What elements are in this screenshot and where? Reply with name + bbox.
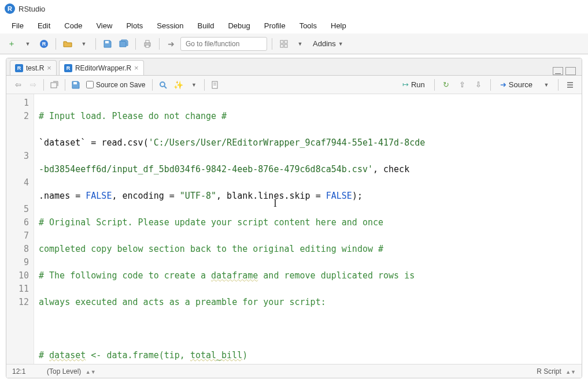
- svg-rect-7: [284, 40, 287, 43]
- source-label: Source: [509, 80, 532, 89]
- scope-label[interactable]: (Top Level): [47, 367, 81, 375]
- svg-rect-6: [280, 40, 283, 43]
- r-file-icon: R: [15, 64, 23, 72]
- tab-label: test.R: [26, 64, 44, 72]
- svg-rect-11: [73, 82, 77, 84]
- editor-panel: R test.R × R REditorWrapper.R × ⇦ ⇨: [6, 58, 582, 378]
- project-button[interactable]: R: [37, 37, 51, 51]
- menubar: File Edit Code View Plots Session Build …: [0, 17, 588, 34]
- menu-plots[interactable]: Plots: [120, 19, 149, 32]
- close-icon[interactable]: ×: [134, 64, 139, 72]
- goto-file-input[interactable]: [180, 37, 267, 51]
- toolbar-separator: [56, 38, 56, 50]
- main-toolbar: ＋ ▼ R ▼ ➜ ▼ Addins ▼: [0, 34, 588, 54]
- menu-file[interactable]: File: [6, 19, 29, 32]
- menu-profile[interactable]: Profile: [258, 19, 291, 32]
- menu-view[interactable]: View: [90, 19, 118, 32]
- toolbar-separator: [434, 79, 435, 91]
- grid-button[interactable]: [277, 37, 291, 51]
- menu-tools[interactable]: Tools: [294, 19, 323, 32]
- forward-button[interactable]: ⇨: [26, 78, 40, 92]
- cursor-position: 12:1: [12, 367, 47, 375]
- toolbar-separator: [558, 79, 559, 91]
- menu-help[interactable]: Help: [325, 19, 352, 32]
- source-dropdown[interactable]: ▼: [539, 78, 553, 92]
- file-type-label[interactable]: R Script: [537, 367, 561, 375]
- menu-session[interactable]: Session: [151, 19, 189, 32]
- svg-rect-2: [105, 41, 109, 43]
- source-on-save-checkbox[interactable]: [86, 81, 94, 88]
- tab-label: REditorWrapper.R: [75, 64, 131, 72]
- updown-icon[interactable]: ▲▼: [86, 369, 96, 375]
- toolbar-separator: [65, 79, 65, 91]
- save-button[interactable]: [101, 37, 114, 51]
- svg-point-12: [160, 82, 165, 87]
- maximize-panel-icon[interactable]: [565, 67, 576, 75]
- minimize-panel-icon[interactable]: [553, 67, 563, 75]
- save-button[interactable]: [69, 78, 83, 92]
- svg-text:R: R: [42, 41, 46, 47]
- svg-rect-10: [51, 83, 57, 88]
- chevron-down-icon: ▼: [338, 41, 343, 47]
- toolbar-separator: [135, 38, 136, 50]
- code-editor[interactable]: 1 2 3 4 5 6 7 8 9 10 11 12 # Input load.…: [6, 94, 582, 364]
- back-button[interactable]: ⇦: [11, 78, 25, 92]
- code-body[interactable]: # Input load. Please do not change # `da…: [34, 94, 582, 364]
- toolbar-separator: [95, 38, 96, 50]
- open-dropdown[interactable]: ▼: [77, 37, 91, 51]
- run-arrow-icon: ↦: [402, 80, 409, 89]
- menu-code[interactable]: Code: [58, 19, 88, 32]
- svg-line-13: [164, 86, 167, 88]
- down-button[interactable]: ⇩: [472, 78, 486, 92]
- compile-report-button[interactable]: [208, 78, 222, 92]
- addins-dropdown[interactable]: Addins ▼: [309, 39, 347, 48]
- titlebar: R RStudio: [0, 0, 588, 17]
- svg-rect-5: [146, 45, 149, 47]
- save-all-button[interactable]: [117, 37, 131, 51]
- svg-rect-8: [280, 44, 283, 47]
- updown-icon[interactable]: ▲▼: [565, 369, 576, 375]
- line-gutter: 1 2 3 4 5 6 7 8 9 10 11 12: [6, 94, 34, 364]
- svg-rect-9: [284, 44, 287, 47]
- toolbar-separator: [43, 79, 44, 91]
- up-button[interactable]: ⇧: [456, 78, 469, 92]
- app-icon: R: [5, 3, 15, 14]
- run-button[interactable]: ↦ Run: [398, 79, 430, 90]
- wand-dropdown[interactable]: ▼: [187, 78, 201, 92]
- tab-bar: R test.R × R REditorWrapper.R ×: [6, 58, 582, 76]
- source-button[interactable]: ➜ Source: [495, 79, 537, 90]
- new-file-dropdown[interactable]: ▼: [21, 37, 35, 51]
- statusbar: 12:1 (Top Level) ▲▼ R Script ▲▼: [6, 364, 582, 378]
- find-button[interactable]: [156, 78, 170, 92]
- source-arrow-icon: ➜: [500, 80, 506, 89]
- menu-edit[interactable]: Edit: [32, 19, 56, 32]
- close-icon[interactable]: ×: [47, 64, 51, 72]
- tab-reditorwrapper-r[interactable]: R REditorWrapper.R ×: [59, 60, 144, 75]
- toolbar-separator: [490, 79, 491, 91]
- show-in-new-window-button[interactable]: [47, 78, 61, 92]
- print-button[interactable]: [140, 37, 154, 51]
- toolbar-separator: [272, 38, 272, 50]
- open-file-button[interactable]: [61, 37, 75, 51]
- source-on-save-label: Source on Save: [96, 81, 145, 89]
- menu-debug[interactable]: Debug: [222, 19, 256, 32]
- rerun-button[interactable]: ↻: [439, 78, 453, 92]
- toolbar-separator: [152, 79, 153, 91]
- editor-toolbar: ⇦ ⇨ Source on Save ✨ ▼: [6, 76, 582, 94]
- app-name: RStudio: [19, 5, 45, 13]
- run-label: Run: [411, 80, 425, 89]
- outline-button[interactable]: [563, 78, 577, 92]
- goto-arrow-icon: ➜: [164, 37, 178, 51]
- toolbar-separator: [204, 79, 205, 91]
- addins-label: Addins: [313, 39, 336, 48]
- r-file-icon: R: [64, 64, 72, 72]
- grid-dropdown[interactable]: ▼: [293, 37, 307, 51]
- svg-rect-4: [146, 40, 149, 43]
- tab-test-r[interactable]: R test.R ×: [10, 60, 57, 75]
- new-file-button[interactable]: ＋: [5, 37, 19, 51]
- wand-button[interactable]: ✨: [171, 78, 186, 92]
- menu-build[interactable]: Build: [192, 19, 220, 32]
- toolbar-separator: [159, 38, 160, 50]
